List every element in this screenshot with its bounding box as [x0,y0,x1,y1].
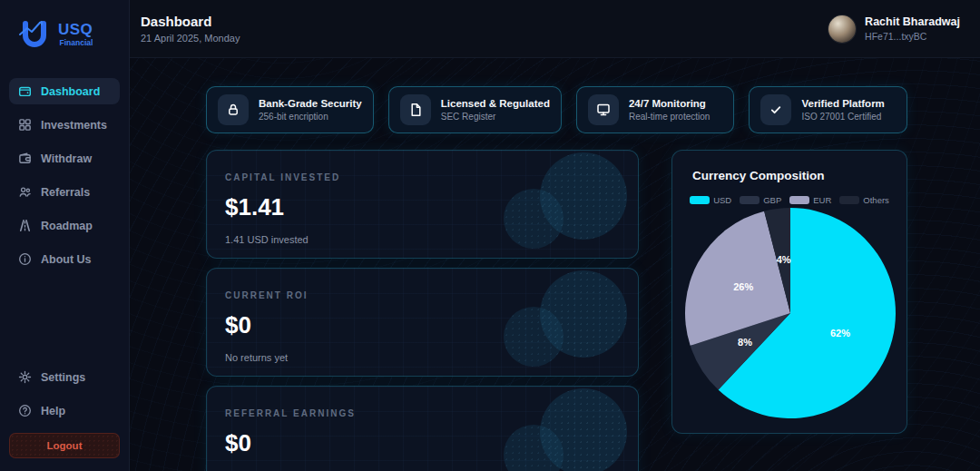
brand-tagline: Financial [58,39,93,47]
check-icon [769,103,783,117]
legend-swatch [690,196,710,204]
lock-icon [226,103,240,117]
chart-title: Currency Composition [692,169,906,182]
legend-item-gbp: GBP [740,195,781,205]
sidebar-item-label: Roadmap [41,220,93,232]
sidebar: USQ Financial Dashboard Investments [0,0,130,471]
chart-legend: USDGBPEUROthers [672,195,906,205]
badge-subtitle: SEC Register [441,112,550,122]
sidebar-item-label: Withdraw [41,152,92,165]
wallet-icon [18,84,32,98]
user-wallet-address: HFe71...txyBC [865,31,960,42]
road-icon [18,219,32,232]
sidebar-item-withdraw[interactable]: Withdraw [9,145,120,172]
legend-label: Others [863,195,889,205]
user-menu[interactable]: Rachit Bharadwaj HFe71...txyBC [828,15,960,43]
badge-title: Verified Platform [801,98,884,109]
document-icon [408,103,423,117]
sidebar-item-label: Investments [41,119,107,132]
stat-card-referral-earnings: REFERRAL EARNINGS $0 No referrals yet [206,386,639,471]
currency-pie-chart: 62%8%26%4% [684,207,897,419]
badge-licensed-regulated: Licensed & Regulated SEC Register [388,86,562,133]
badge-verified-platform: Verified Platform ISO 27001 Certified [749,86,907,133]
badge-title: 24/7 Monitoring [629,98,710,109]
legend-item-usd: USD [690,195,731,205]
badge-subtitle: ISO 27001 Certified [801,112,884,122]
badge-title: Bank-Grade Security [259,98,362,109]
legend-item-eur: EUR [789,195,831,205]
decorative-circle [540,270,627,358]
avatar[interactable] [828,15,856,43]
main-content: Bank-Grade Security 256-bit encription L… [130,58,980,471]
badge-subtitle: Real-time protection [629,112,710,122]
sidebar-item-investments[interactable]: Investments [9,112,120,138]
sidebar-item-label: About Us [41,253,92,266]
pie-slice-label: 62% [830,328,850,339]
decorative-circle [540,388,627,471]
legend-swatch [839,196,859,204]
sidebar-item-referrals[interactable]: Referrals [9,179,120,205]
brand-name: USQ [58,22,93,37]
stat-card-current-roi: CURRENT ROI $0 No returns yet [206,268,639,377]
sidebar-item-label: Settings [41,371,85,384]
page-title: Dashboard [141,14,240,29]
sidebar-nav: Dashboard Investments Withdraw Referrals [9,78,120,280]
brand-logo: USQ Financial [16,15,93,54]
legend-label: GBP [763,195,781,205]
usq-logo-icon [16,15,53,54]
sidebar-item-roadmap[interactable]: Roadmap [9,212,120,239]
legend-label: EUR [813,195,831,205]
badge-subtitle: 256-bit encription [259,112,362,122]
pie-slice-label: 8% [738,337,752,348]
user-name: Rachit Bharadwaj [865,15,960,28]
currency-composition-card: Currency Composition USDGBPEUROthers 62%… [671,150,907,434]
help-icon [18,404,32,417]
page-date: 21 April 2025, Monday [141,33,240,44]
sidebar-item-settings[interactable]: Settings [9,364,120,390]
legend-swatch [789,196,809,204]
decorative-circle [540,152,627,240]
trust-badges-row: Bank-Grade Security 256-bit encription L… [206,86,907,133]
logout-button[interactable]: Logout [9,433,120,458]
badge-title: Licensed & Regulated [441,98,550,109]
sidebar-footer: Settings Help Logout [9,364,120,458]
monitor-icon [596,103,611,117]
gear-icon [18,370,32,384]
stat-card-capital-invested: CAPITAL INVESTED $1.41 1.41 USD invested [206,150,639,259]
pie-slice-label: 4% [777,254,791,265]
sidebar-item-label: Help [41,405,65,417]
sidebar-item-dashboard[interactable]: Dashboard [9,78,120,104]
sidebar-item-label: Dashboard [41,85,100,98]
sidebar-item-label: Referrals [41,186,90,199]
badge-bank-grade-security: Bank-Grade Security 256-bit encription [206,86,374,133]
grid-icon [18,118,32,132]
sidebar-item-help[interactable]: Help [9,397,120,424]
top-header: Dashboard 21 April 2025, Monday Rachit B… [130,0,980,58]
sidebar-item-about-us[interactable]: About Us [9,246,120,272]
users-icon [18,185,32,199]
pie-slice-label: 26% [733,281,753,292]
legend-label: USD [713,195,731,205]
withdraw-wallet-icon [18,152,32,165]
app-root: USQ Financial Dashboard Investments [0,0,980,471]
badge-monitoring: 24/7 Monitoring Real-time protection [576,86,735,133]
info-icon [18,252,32,266]
legend-swatch [740,196,760,204]
legend-item-others: Others [839,195,889,205]
